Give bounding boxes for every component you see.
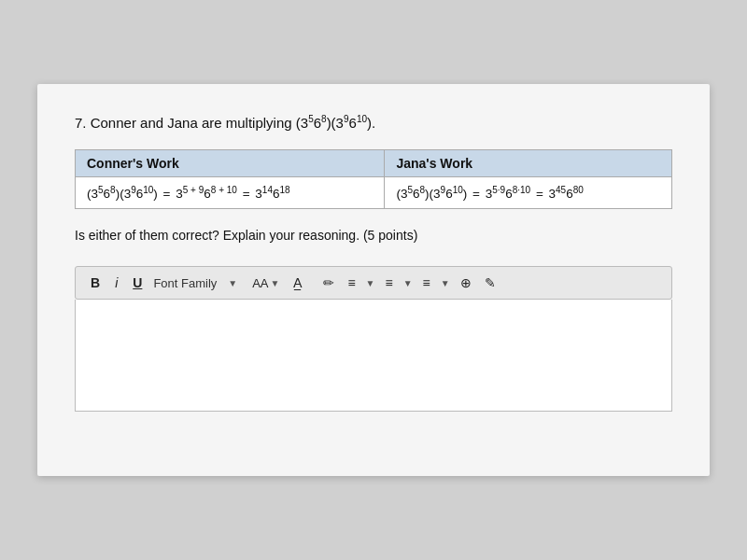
answer-area[interactable] <box>75 300 672 412</box>
font-size-dropdown[interactable]: AA ▼ <box>248 274 283 292</box>
font-color-icon[interactable]: A̲ <box>290 273 305 292</box>
table-body-row: (3568)(39610) = 35 + 968 + 10 = 314618 (… <box>76 177 671 209</box>
edit-icon[interactable]: ✎ <box>482 273 499 292</box>
align-icon[interactable]: ≡ <box>345 273 358 292</box>
link-icon[interactable]: ⊕ <box>458 273 474 292</box>
bold-button[interactable]: B <box>87 274 104 291</box>
col2-content: (3568)(39610) = 35·968·10 = 345680 <box>385 177 671 209</box>
col1-content: (3568)(39610) = 35 + 968 + 10 = 314618 <box>76 177 385 209</box>
underline-button[interactable]: U <box>129 274 146 291</box>
math-table: Conner's Work Jana's Work (3568)(39610) … <box>75 149 672 210</box>
indent-icon[interactable]: ≡ <box>420 273 433 292</box>
list-arrow: ▼ <box>403 278 413 288</box>
font-size-arrow: ▼ <box>271 278 280 288</box>
highlight-icon[interactable]: ✏ <box>320 273 337 292</box>
font-family-label: Font Family <box>153 276 217 290</box>
indent-arrow: ▼ <box>441 278 450 288</box>
question-text: 7. Conner and Jana are multiplying (3568… <box>75 112 672 134</box>
explain-prompt: Is either of them correct? Explain your … <box>75 226 672 245</box>
italic-button[interactable]: i <box>111 274 121 291</box>
font-family-arrow: ▼ <box>228 278 237 288</box>
col1-header: Conner's Work <box>76 150 385 177</box>
col2-header: Jana's Work <box>385 150 671 177</box>
font-size-label: AA <box>252 276 268 290</box>
list-icon[interactable]: ≡ <box>383 273 396 292</box>
editor-toolbar: B i U Font Family ▼ AA ▼ A̲ ✏ ≡ ▼ ≡ ▼ ≡ … <box>75 266 672 300</box>
font-family-dropdown[interactable]: ▼ <box>224 276 241 290</box>
align-arrow: ▼ <box>366 278 375 288</box>
page-container: 7. Conner and Jana are multiplying (3568… <box>37 84 710 476</box>
table-header-row: Conner's Work Jana's Work <box>76 150 671 177</box>
